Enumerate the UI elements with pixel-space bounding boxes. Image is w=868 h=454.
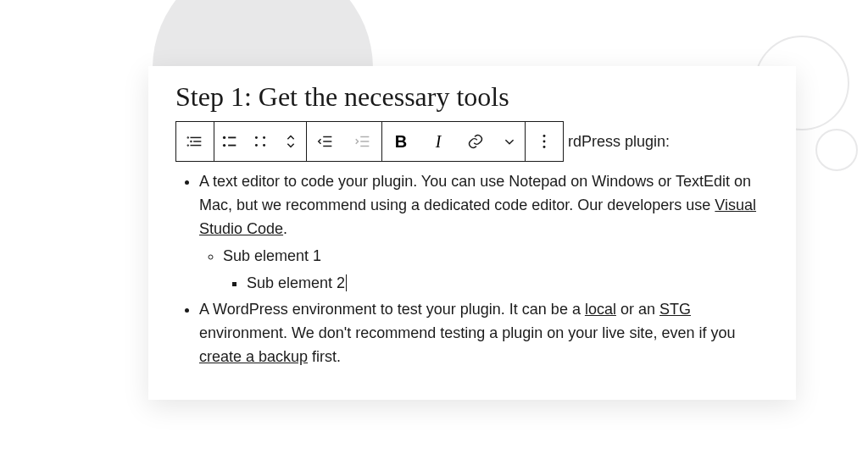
format-more-button[interactable] — [494, 122, 525, 161]
list-item[interactable]: A text editor to code your plugin. You c… — [199, 170, 769, 295]
editor-panel: Step 1: Get the necessary tools — [148, 66, 796, 400]
link-stg[interactable]: STG — [659, 301, 691, 318]
toolbar-group-more — [525, 121, 564, 162]
link-button[interactable] — [457, 122, 494, 161]
toolbar-group-block — [175, 121, 214, 162]
italic-button[interactable]: I — [420, 122, 457, 161]
svg-point-13 — [263, 144, 265, 147]
text: Sub element 1 — [223, 247, 321, 264]
svg-point-6 — [223, 136, 225, 139]
grid-button[interactable] — [245, 122, 275, 161]
svg-point-4 — [191, 141, 192, 142]
sub-list-2[interactable]: Sub element 2 — [223, 272, 769, 296]
toolbar-group-indent — [306, 121, 382, 162]
sub-list-1[interactable]: Sub element 1 Sub element 2 — [199, 245, 769, 296]
link-local[interactable]: local — [585, 301, 616, 318]
svg-point-12 — [263, 136, 265, 139]
svg-point-22 — [543, 146, 546, 148]
text: A text editor to code your plugin. You c… — [199, 173, 751, 213]
move-button[interactable] — [275, 122, 306, 161]
indent-icon — [353, 132, 372, 151]
bullet-list-icon — [220, 132, 239, 151]
grid-icon — [251, 132, 270, 151]
italic-icon: I — [436, 132, 442, 152]
content-list[interactable]: A text editor to code your plugin. You c… — [175, 170, 769, 369]
toolbar-group-format: B I — [381, 121, 526, 162]
link-icon — [466, 132, 485, 151]
block-type-button[interactable] — [176, 122, 214, 161]
svg-point-21 — [543, 141, 546, 143]
text: . — [283, 220, 287, 237]
bold-button[interactable]: B — [382, 122, 420, 161]
list-block-icon — [186, 132, 204, 151]
more-options-button[interactable] — [526, 122, 563, 161]
svg-point-3 — [187, 137, 188, 138]
toolbar-group-list — [214, 121, 307, 162]
indent-button[interactable] — [344, 122, 381, 161]
list-item[interactable]: Sub element 2 — [247, 272, 769, 296]
text: environment. We don't recommend testing … — [199, 324, 735, 341]
svg-point-11 — [255, 144, 258, 147]
svg-point-10 — [255, 136, 258, 139]
svg-point-7 — [223, 144, 225, 147]
svg-point-5 — [187, 145, 188, 146]
text: or an — [616, 301, 659, 318]
list-item[interactable]: A WordPress environment to test your plu… — [199, 298, 769, 369]
outdent-icon — [316, 132, 335, 151]
chevron-down-icon — [500, 132, 519, 151]
svg-rect-8 — [228, 137, 236, 139]
list-item[interactable]: Sub element 1 Sub element 2 — [223, 245, 769, 296]
bullet-list-button[interactable] — [214, 122, 245, 161]
block-toolbar: B I — [175, 121, 563, 162]
obscured-text[interactable]: rdPress plugin: — [568, 133, 670, 151]
text: A WordPress environment to test your plu… — [199, 301, 585, 318]
toolbar-row: B I rdPress plugin: — [175, 121, 769, 162]
svg-rect-9 — [228, 145, 236, 147]
svg-point-20 — [543, 135, 546, 137]
text: first. — [308, 348, 341, 365]
text-caret — [346, 274, 347, 291]
bold-icon: B — [395, 132, 407, 152]
bg-ring2 — [815, 129, 858, 171]
page-heading[interactable]: Step 1: Get the necessary tools — [175, 81, 769, 113]
outdent-button[interactable] — [307, 122, 344, 161]
text: Sub element 2 — [247, 274, 345, 291]
link-backup[interactable]: create a backup — [199, 348, 308, 365]
updown-icon — [281, 132, 300, 151]
more-icon — [535, 132, 554, 151]
